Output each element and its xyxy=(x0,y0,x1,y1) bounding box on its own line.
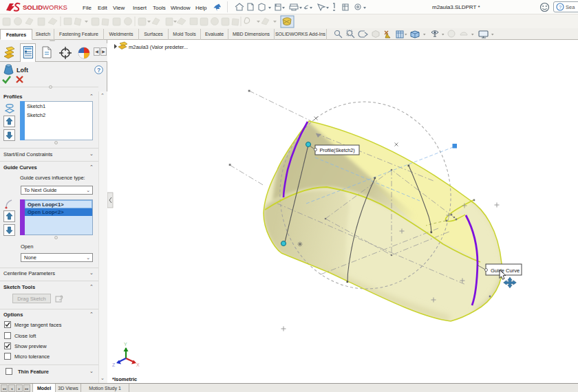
svg-text:Profile(Sketch2): Profile(Sketch2) xyxy=(320,147,355,153)
svg-text:X: X xyxy=(136,362,140,367)
svg-text:SOLIDWORKS: SOLIDWORKS xyxy=(23,3,67,11)
svg-text:Z: Z xyxy=(112,362,116,367)
svg-text:Y: Y xyxy=(124,342,127,347)
svg-text:*Isometric: *Isometric xyxy=(112,376,137,382)
svg-text:?: ? xyxy=(559,4,561,10)
svg-text:?: ? xyxy=(97,67,100,74)
svg-text:Guide Curve: Guide Curve xyxy=(491,268,520,274)
svg-text:m2aula3 (Valor predeter...: m2aula3 (Valor predeter... xyxy=(129,44,188,50)
